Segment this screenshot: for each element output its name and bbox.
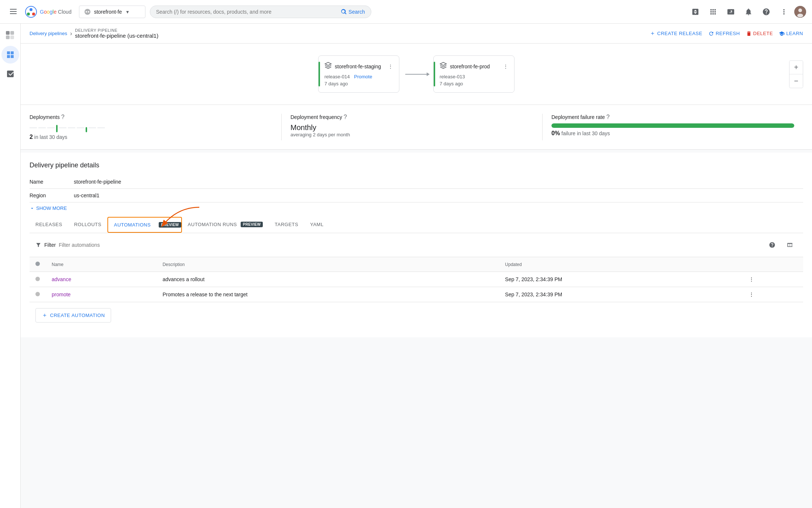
dropdown-icon: ▾	[126, 9, 129, 15]
notifications-icon-button[interactable]	[741, 4, 756, 19]
table-row: advance advances a rollout Sep 7, 2023, …	[30, 272, 803, 287]
page-label: DELIVERY PIPELINE	[75, 28, 158, 33]
side-nav-logo[interactable]	[1, 27, 19, 44]
refresh-icon	[708, 31, 714, 37]
docs-icon-button[interactable]	[688, 4, 703, 19]
hamburger-menu[interactable]	[6, 4, 21, 19]
pipeline-stages: storefront-fe-staging ⋮ release-014 Prom…	[35, 55, 797, 93]
learn-button[interactable]: LEARN	[779, 31, 803, 37]
refresh-button[interactable]: REFRESH	[708, 31, 740, 37]
svg-rect-13	[6, 31, 10, 35]
svg-rect-16	[10, 35, 14, 39]
create-release-button[interactable]: ＋ CREATE RELEASE	[650, 30, 702, 37]
details-section: Delivery pipeline details Name storefron…	[21, 153, 812, 337]
side-nav-pipeline[interactable]	[1, 46, 19, 64]
nav-icons	[688, 4, 806, 19]
stage-name-prod: storefront-fe-prod	[450, 64, 490, 69]
svg-point-8	[86, 11, 87, 13]
svg-point-4	[30, 8, 32, 11]
metric-failure-label: Deployment failure rate ?	[551, 114, 794, 120]
row-menu-advance[interactable]: ⋮	[743, 272, 803, 287]
promote-row-link[interactable]: promote	[52, 291, 70, 297]
stage-menu-staging[interactable]: ⋮	[388, 64, 393, 69]
show-more-button[interactable]: SHOW MORE	[30, 205, 803, 211]
breadcrumb: Delivery pipelines › DELIVERY PIPELINE s…	[30, 28, 158, 39]
failure-help-icon[interactable]: ?	[606, 114, 610, 120]
filter-input[interactable]	[59, 242, 762, 248]
tabs-section: RELEASES ROLLOUTS AUTOMATIONS PREVIEW AU…	[30, 217, 803, 323]
svg-point-5	[32, 13, 35, 16]
metric-frequency-value: Monthly	[290, 123, 533, 132]
table-filter: Filter	[30, 233, 803, 257]
learn-icon	[779, 31, 785, 37]
tab-automations[interactable]: AUTOMATIONS	[108, 218, 157, 232]
col-name: Name	[46, 257, 156, 272]
tabs-bar: RELEASES ROLLOUTS AUTOMATIONS PREVIEW AU…	[30, 217, 803, 233]
row-desc-advance: advances a rollout	[156, 272, 499, 287]
col-updated: Updated	[499, 257, 743, 272]
tab-rollouts[interactable]: ROLLOUTS	[68, 217, 107, 233]
breadcrumb-parent-link[interactable]: Delivery pipelines	[30, 31, 67, 36]
tab-releases[interactable]: RELEASES	[30, 217, 68, 233]
help-icon-button[interactable]	[759, 4, 774, 19]
table-help-icon-button[interactable]	[765, 238, 780, 252]
delete-button[interactable]: DELETE	[746, 31, 773, 37]
stage-menu-prod[interactable]: ⋮	[503, 64, 508, 69]
row-menu-promote[interactable]: ⋮	[743, 287, 803, 302]
breadcrumb-separator: ›	[70, 30, 72, 37]
more-options-button[interactable]	[777, 4, 791, 19]
row-check-promote	[30, 287, 46, 302]
failure-progress-bar	[551, 123, 794, 128]
google-cloud-logo: Google Cloud	[25, 6, 72, 18]
chevron-down-icon	[30, 206, 35, 211]
metric-frequency: Deployment frequency ? Monthly averaging…	[282, 114, 543, 140]
table-columns-icon-button[interactable]	[782, 238, 797, 252]
tab-yaml[interactable]: YAML	[304, 217, 329, 233]
user-avatar[interactable]	[794, 6, 806, 18]
help-circle-icon	[769, 242, 775, 248]
metric-deployments-label: Deployments ?	[30, 114, 272, 120]
detail-key-region: Region	[30, 189, 74, 202]
create-automation-button[interactable]: ＋ CREATE AUTOMATION	[35, 308, 111, 323]
apps-icon-button[interactable]	[706, 4, 720, 19]
side-navigation	[0, 24, 21, 508]
row-desc-promote: Promotes a release to the next target	[156, 287, 499, 302]
svg-rect-14	[10, 31, 14, 35]
hamburger-icon	[10, 7, 17, 16]
project-selector[interactable]: storefront-fe ▾	[79, 6, 145, 18]
search-bar[interactable]: Search	[150, 6, 371, 18]
table-row: promote Promotes a release to the next t…	[30, 287, 803, 302]
zoom-in-button[interactable]: +	[789, 61, 803, 74]
search-input[interactable]	[156, 9, 338, 15]
frequency-help-icon[interactable]: ?	[344, 114, 347, 120]
pipeline-arrow	[399, 74, 433, 75]
cloud-shell-icon-button[interactable]	[723, 4, 738, 19]
stage-time-staging: 7 days ago	[324, 81, 393, 86]
row-status-dot	[35, 277, 40, 281]
plus-icon: ＋	[650, 30, 656, 37]
automations-table: Name Description Updated advanc	[30, 257, 803, 302]
tab-targets[interactable]: TARGETS	[269, 217, 304, 233]
details-table: Name storefront-fe-pipeline Region us-ce…	[30, 175, 803, 202]
status-dot-header	[35, 262, 40, 266]
search-button[interactable]: Search	[341, 9, 365, 15]
advance-link[interactable]: advance	[52, 276, 71, 282]
promote-link[interactable]: Promote	[354, 74, 372, 79]
logo-text: Google Cloud	[40, 9, 72, 15]
stage-card-prod: storefront-fe-prod ⋮ release-013 7 days …	[433, 55, 515, 93]
metric-chart	[30, 123, 272, 132]
table-row: Region us-central1	[30, 189, 803, 202]
top-navigation: Google Cloud storefront-fe ▾ Search	[0, 0, 812, 24]
tab-automation-runs[interactable]: AUTOMATION RUNS PREVIEW	[182, 217, 269, 233]
detail-value-region: us-central1	[74, 189, 803, 202]
deployments-help-icon[interactable]: ?	[61, 114, 65, 120]
row-updated-promote: Sep 7, 2023, 2:34:39 PM	[499, 287, 743, 302]
stage-icon-staging	[324, 62, 332, 71]
svg-rect-2	[10, 13, 17, 14]
svg-point-11	[798, 8, 802, 12]
tab-automations-wrapper: AUTOMATIONS PREVIEW	[107, 217, 182, 233]
side-nav-other[interactable]	[1, 65, 19, 83]
project-name: storefront-fe	[94, 9, 122, 15]
zoom-out-button[interactable]: −	[789, 74, 803, 88]
svg-rect-0	[10, 9, 17, 10]
